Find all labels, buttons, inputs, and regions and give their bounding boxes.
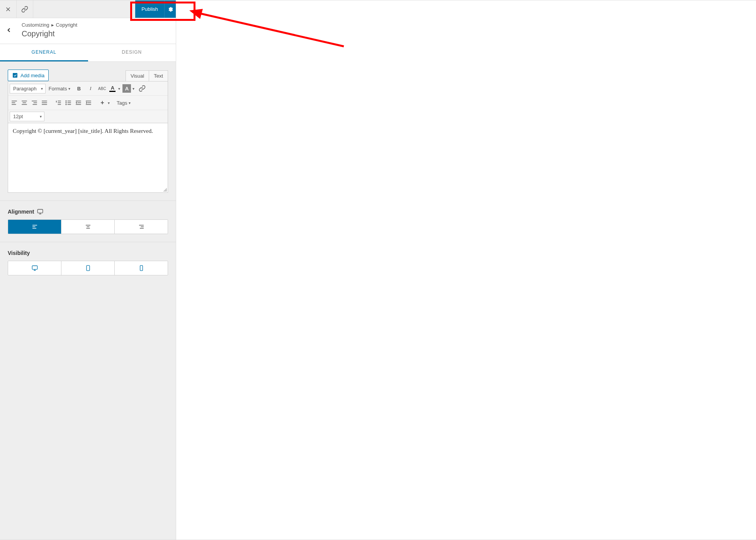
outdent-button[interactable] <box>74 97 83 108</box>
editor-content[interactable]: Copyright © [current_year] [site_title].… <box>8 123 168 193</box>
align-center-option[interactable] <box>61 220 115 234</box>
back-button[interactable] <box>5 27 12 35</box>
visibility-mobile-option[interactable] <box>115 261 168 275</box>
link-button[interactable] <box>17 0 33 18</box>
media-icon <box>12 72 18 78</box>
insert-button[interactable]: + <box>98 97 107 108</box>
top-bar: Publish <box>0 0 176 18</box>
paragraph-select[interactable]: Paragraph <box>10 84 46 93</box>
customizer-sidebar: Publish Customizing ▸ Copyright Copyrigh… <box>0 0 176 540</box>
align-left-option[interactable] <box>8 220 61 234</box>
italic-button[interactable]: I <box>85 83 96 94</box>
visibility-label: Visibility <box>8 250 30 256</box>
align-right-option[interactable] <box>115 220 168 234</box>
bold-button[interactable]: B <box>73 83 84 94</box>
preview-pane <box>176 0 756 540</box>
align-right-button[interactable] <box>30 97 39 108</box>
svg-point-22 <box>66 104 66 105</box>
chevron-right-icon: ▸ <box>51 22 54 28</box>
desktop-icon <box>37 209 43 215</box>
breadcrumb-area: Customizing ▸ Copyright Copyright <box>0 18 176 44</box>
strikethrough-button[interactable]: ABC <box>97 83 107 94</box>
breadcrumb-leaf: Copyright <box>56 22 78 28</box>
alignment-buttons <box>8 219 168 234</box>
link-button[interactable] <box>137 83 148 94</box>
mode-visual-button[interactable]: Visual <box>126 70 149 81</box>
svg-point-21 <box>66 102 66 103</box>
insert-dropdown[interactable]: ▾ <box>108 101 110 105</box>
alignment-section: Alignment <box>0 201 176 242</box>
mode-text-button[interactable]: Text <box>149 70 168 81</box>
tabs: GENERAL DESIGN <box>0 44 176 62</box>
tab-design[interactable]: DESIGN <box>88 44 176 61</box>
publish-settings-button[interactable] <box>164 0 176 18</box>
svg-rect-44 <box>87 265 90 270</box>
ordered-list-button[interactable] <box>54 97 63 108</box>
svg-point-20 <box>66 101 66 102</box>
add-media-button[interactable]: Add media <box>8 70 49 81</box>
svg-rect-45 <box>140 265 143 270</box>
editor-text: Copyright © [current_year] [site_title].… <box>13 128 153 134</box>
editor-section: Add media Visual Text Paragraph Formats … <box>0 62 176 201</box>
fontsize-select[interactable]: 12pt <box>10 112 44 121</box>
align-justify-button[interactable] <box>40 97 49 108</box>
visibility-section: Visibility <box>0 242 176 283</box>
indent-button[interactable] <box>84 97 93 108</box>
svg-rect-41 <box>32 266 37 269</box>
publish-button[interactable]: Publish <box>135 0 164 18</box>
page-title: Copyright <box>22 29 168 38</box>
formats-select[interactable]: Formats <box>46 84 73 93</box>
align-center-button[interactable] <box>20 97 29 108</box>
svg-rect-29 <box>38 209 43 213</box>
visibility-buttons <box>8 261 168 275</box>
bg-color-picker[interactable]: A ▾ <box>122 84 136 93</box>
text-color-picker[interactable]: A ▾ <box>108 84 122 93</box>
breadcrumb-root: Customizing <box>22 22 49 28</box>
visibility-desktop-option[interactable] <box>8 261 61 275</box>
editor-toolbar: Paragraph Formats B I ABC A ▾ A ▾ <box>8 81 168 123</box>
visibility-tablet-option[interactable] <box>61 261 115 275</box>
close-button[interactable] <box>0 0 17 18</box>
unordered-list-button[interactable] <box>64 97 73 108</box>
align-left-button[interactable] <box>10 97 19 108</box>
alignment-label: Alignment <box>8 209 34 215</box>
add-media-label: Add media <box>20 73 44 78</box>
breadcrumb: Customizing ▸ Copyright <box>22 22 168 28</box>
resize-handle-icon[interactable] <box>163 188 167 192</box>
tags-select[interactable]: Tags <box>114 98 133 107</box>
tab-general[interactable]: GENERAL <box>0 44 88 61</box>
